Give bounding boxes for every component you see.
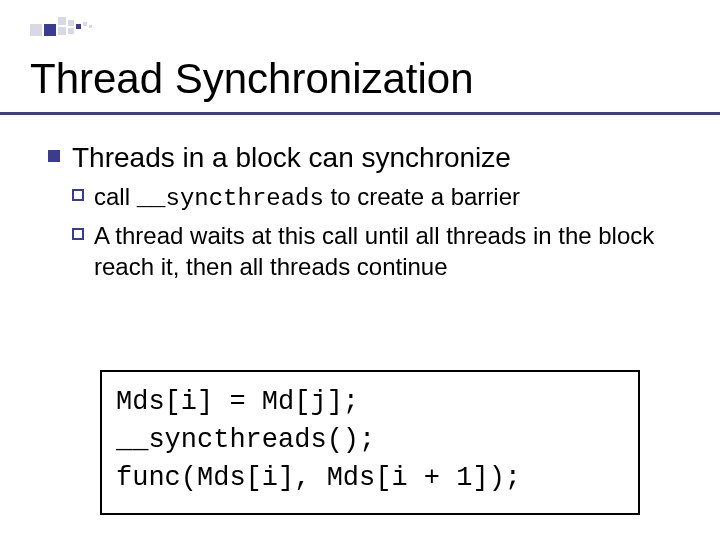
bullet-hollow-square-icon <box>72 189 84 201</box>
sub-bullet-1-code: __syncthreads <box>137 185 324 212</box>
sub-bullet-1: call __syncthreads to create a barrier <box>94 181 520 214</box>
sub-bullet-1-prefix: call <box>94 183 137 210</box>
title-rule <box>0 112 720 115</box>
sub-bullet-1-suffix: to create a barrier <box>324 183 520 210</box>
bullet-1-text: Threads in a block can synchronize <box>72 140 511 175</box>
bullet-hollow-square-icon <box>72 228 84 240</box>
sub-bullet-2: A thread waits at this call until all th… <box>94 220 688 282</box>
bullet-square-icon <box>48 150 60 162</box>
slide-body: Threads in a block can synchronize call … <box>48 140 688 289</box>
code-line-2: __syncthreads(); <box>116 422 624 460</box>
corner-decoration <box>30 10 120 38</box>
code-line-3: func(Mds[i], Mds[i + 1]); <box>116 460 624 498</box>
slide-title: Thread Synchronization <box>30 55 474 103</box>
code-box: Mds[i] = Md[j]; __syncthreads(); func(Md… <box>100 370 640 515</box>
code-line-1: Mds[i] = Md[j]; <box>116 384 624 422</box>
